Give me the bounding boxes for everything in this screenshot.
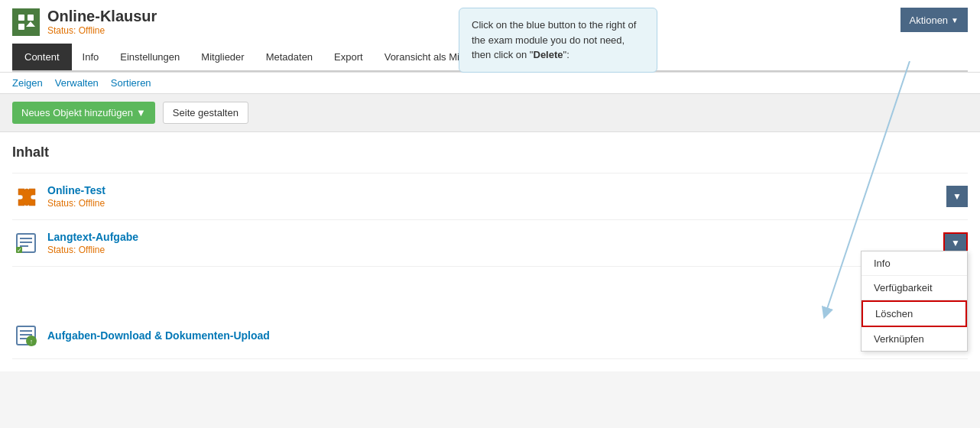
tab-content[interactable]: Content — [12, 44, 72, 70]
item-status: Status: Offline — [47, 198, 946, 209]
item-info: Aufgaben-Download & Dokumenten-Upload — [47, 329, 968, 342]
logo-title: Online-Klausur Status: Offline — [12, 8, 157, 36]
tab-info[interactable]: Info — [72, 45, 110, 69]
svg-marker-4 — [26, 21, 35, 27]
svg-rect-2 — [28, 15, 34, 21]
logo-icon — [12, 8, 40, 36]
item-title[interactable]: Aufgaben-Download & Dokumenten-Upload — [47, 329, 968, 342]
add-object-arrow-icon: ▼ — [136, 107, 146, 118]
page-title: Online-Klausur — [47, 8, 157, 25]
aktionen-arrow-icon: ▼ — [951, 16, 959, 24]
add-object-label: Neues Objekt hinzufügen — [21, 107, 133, 118]
item-icon-text: ✓ — [12, 229, 40, 257]
svg-rect-3 — [18, 24, 24, 30]
svg-text:↑: ↑ — [30, 338, 34, 345]
item-info: Langtext-Aufgabe Status: Offline — [47, 231, 943, 255]
toolbar: Neues Objekt hinzufügen ▼ Seite gestalte… — [0, 94, 980, 132]
list-item: ✓ Langtext-Aufgabe Status: Offline ▼ Inf… — [12, 220, 968, 267]
item-status: Status: Offline — [47, 245, 943, 255]
subnav-sortieren[interactable]: Sortieren — [111, 77, 151, 89]
subnav-verwalten[interactable]: Verwalten — [55, 77, 99, 89]
tooltip-text: Click on the blue button to the right of… — [472, 19, 636, 60]
tab-metadaten[interactable]: Metadaten — [255, 45, 323, 69]
dropdown-item-loschen[interactable]: Löschen — [862, 300, 967, 327]
item-icon-puzzle — [12, 183, 40, 210]
svg-text:✓: ✓ — [17, 247, 22, 254]
dropdown-item-info[interactable]: Info — [862, 251, 967, 276]
item-title[interactable]: Langtext-Aufgabe — [47, 231, 943, 243]
tab-einstellungen[interactable]: Einstellungen — [109, 45, 190, 69]
item-dropdown-menu: Info Verfügbarkeit Löschen Verknüpfen — [861, 251, 968, 352]
aktionen-button[interactable]: Aktionen ▼ — [900, 8, 969, 32]
tab-mitglieder[interactable]: Mitglieder — [190, 45, 255, 69]
svg-rect-1 — [18, 15, 24, 21]
dropdown-item-verfugbarkeit[interactable]: Verfügbarkeit — [862, 276, 967, 300]
header-status: Status: Offline — [47, 25, 157, 36]
list-item: ↑ Aufgaben-Download & Dokumenten-Upload — [12, 313, 968, 359]
item-info: Online-Test Status: Offline — [47, 184, 946, 209]
content-area: Inhalt Online-Test Status: Offline ▼ — [0, 132, 980, 371]
list-item: Online-Test Status: Offline ▼ — [12, 173, 968, 220]
subnav-zeigen[interactable]: Zeigen — [12, 77, 43, 89]
tooltip-callout: Click on the blue button to the right of… — [459, 8, 657, 73]
item-title[interactable]: Online-Test — [47, 184, 946, 196]
title-block: Online-Klausur Status: Offline — [47, 8, 157, 36]
tab-export[interactable]: Export — [323, 45, 374, 69]
design-page-button[interactable]: Seite gestalten — [163, 102, 248, 124]
subnav: Zeigen Verwalten Sortieren — [0, 73, 980, 94]
add-object-button[interactable]: Neues Objekt hinzufügen ▼ — [12, 102, 155, 124]
item-action-button-1[interactable]: ▼ — [946, 186, 968, 207]
design-page-label: Seite gestalten — [173, 107, 239, 118]
item-icon-download: ↑ — [12, 322, 40, 349]
section-title: Inhalt — [12, 144, 968, 160]
dropdown-item-verknupfen[interactable]: Verknüpfen — [862, 327, 967, 351]
